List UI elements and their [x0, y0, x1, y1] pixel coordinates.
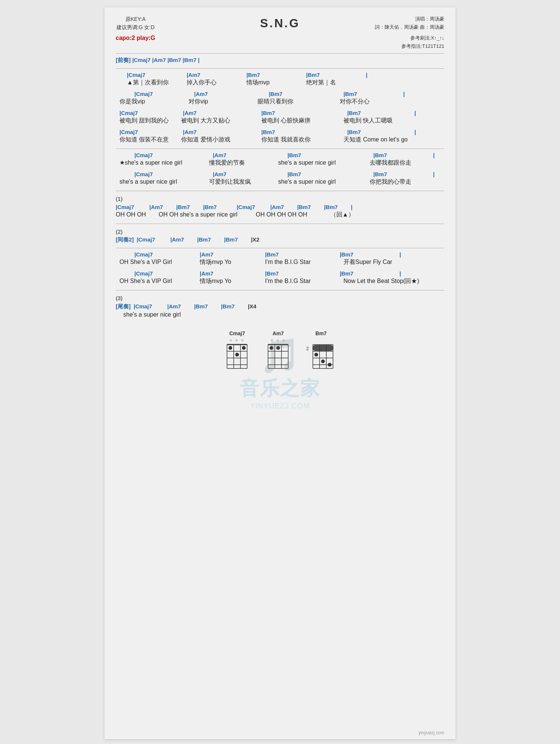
chorus-chord2: |Cmaj7 |Am7 |Bm7 |Bm7 |	[116, 171, 444, 177]
cmaj7-grid-container	[224, 343, 250, 371]
intro-label: [前奏] |Cmaj7 |Am7 |Bm7 |Bm7 |	[116, 57, 199, 63]
cc2-bm7b: |Bm7	[373, 171, 433, 177]
p2-cmaj7: |Cmaj7	[137, 236, 170, 243]
svg-point-22	[276, 346, 280, 350]
cc2-bar: |	[433, 171, 435, 177]
part3-lyric: she's a super nice girl	[116, 310, 444, 319]
p1-bm7d: |Bm7	[324, 204, 351, 210]
bm7-fret-num: 2	[306, 346, 309, 351]
vl2-2: 情场mvp Yo	[200, 277, 265, 286]
footer-logo: yinyuezj.com	[419, 730, 444, 735]
divider3	[116, 149, 444, 149]
divider7	[116, 290, 444, 290]
header-meta-left: 原KEY:A 建议男调:G 女:D capo:2 play:G	[116, 15, 155, 43]
vc1-cmaj7: |Cmaj7	[134, 251, 200, 258]
verse1-row3: |Cmaj7 |Am7 |Bm7 |Bm7 | 被电到 甜到我的心 被电到 大方…	[116, 110, 444, 125]
vl1-4: 开着Super Fly Car	[343, 258, 392, 267]
p1-am7a: |Am7	[149, 204, 176, 210]
cc1-bm7a: |Bm7	[287, 152, 373, 158]
verse1-row1: |Cmaj7 |Am7 |Bm7 |Bm7 | ▲第｜次看到你 掉入你手心 情场…	[116, 72, 444, 87]
svg-point-35	[328, 363, 332, 367]
part2-chord: [间奏2] |Cmaj7 |Am7 |Bm7 |Bm7 |X2	[116, 236, 444, 243]
header: 原KEY:A 建议男调:G 女:D capo:2 play:G S.N.G 演唱…	[116, 15, 444, 30]
p1-bm7b: |Bm7	[203, 204, 237, 210]
v1l3-4: 被电到 快人工嗯吸	[343, 116, 411, 125]
v1l4-4: 天知道 Come on let's go	[343, 135, 411, 144]
vl1-2: 情场mvp Yo	[200, 258, 265, 267]
v1l1-1: ▲第｜次看到你	[127, 78, 187, 87]
v1c1-bar: |	[366, 72, 367, 78]
v1c3-bar: |	[414, 110, 416, 116]
p3-bm7b: |Bm7	[221, 303, 248, 309]
svg-point-9	[228, 346, 232, 350]
vip-lyric2: OH She's a VIP Girl 情场mvp Yo I'm the B.I…	[116, 277, 444, 286]
cc1-bm7b: |Bm7	[373, 152, 433, 158]
vip-chord1: |Cmaj7 |Am7 |Bm7 |Bm7 |	[116, 251, 444, 258]
v1l2-3: 眼睛只看到你	[258, 97, 340, 106]
v1c2-bm7b: |Bm7	[343, 91, 403, 97]
part3-chord: [尾奏] |Cmaj7 |Am7 |Bm7 |Bm7 |X4	[116, 303, 444, 310]
v1c3-am7: |Am7	[183, 110, 261, 116]
key-info: 原KEY:A	[116, 15, 155, 23]
p1l1: OH OH OH	[116, 210, 159, 219]
v1l2-1: 你是我vip	[119, 97, 189, 106]
vc2-am7: |Am7	[200, 270, 265, 277]
vc2-bm7a: |Bm7	[265, 270, 340, 277]
bm7-label: Bm7	[315, 330, 327, 336]
chorus-lyric1: ★she's a super nice girl 懂我爱的节奏 she's a …	[116, 158, 444, 167]
verse1-chord3: |Cmaj7 |Am7 |Bm7 |Bm7 |	[116, 110, 444, 116]
verse1-lyric3: 被电到 甜到我的心 被电到 大方又贴心 被电到 心脏快麻痹 被电到 快人工嗯吸	[116, 116, 444, 125]
v1l4-3: 你知道 我就喜欢你	[261, 135, 343, 144]
watermark-text1: 音乐之家	[240, 376, 320, 402]
chorus-row2: |Cmaj7 |Am7 |Bm7 |Bm7 | she's a super ni…	[116, 171, 444, 186]
cl2-4: 你把我的心带走	[370, 177, 429, 186]
suggest-key: 建议男调:G 女:D	[116, 23, 155, 31]
interlude-bracket: [间奏2]	[116, 236, 134, 243]
part1-section: (1) |Cmaj7 |Am7 |Bm7 |Bm7 |Cmaj7 |Am7 |B…	[116, 194, 444, 219]
v1l1-2: 掉入你手心	[187, 78, 246, 87]
p2-bm7a: |Bm7	[197, 236, 224, 243]
cl1-2: 懂我爱的节奏	[209, 158, 278, 167]
verse1-chord4: |Cmaj7 |Am7 |Bm7 |Bm7 |	[116, 129, 444, 135]
chorus-lyric2: she's a super nice girl 可爱到让我发疯 she's a …	[116, 177, 444, 186]
v1c2-bar: |	[403, 91, 405, 97]
vc1-bm7a: |Bm7	[265, 251, 340, 258]
intro-chords: |Cmaj7 |Am7 |Bm7 |Bm7 |	[132, 57, 199, 63]
part3-section: (3) [尾奏] |Cmaj7 |Am7 |Bm7 |Bm7 |X4 she's…	[116, 293, 444, 319]
v1c1-bm7a: |Bm7	[246, 72, 306, 78]
p3-x4: |X4	[248, 303, 256, 309]
v1c4-bar: |	[414, 129, 416, 135]
v1c2-am7: |Am7	[194, 91, 269, 97]
verse1-chord2: |Cmaj7 |Am7 |Bm7 |Bm7 |	[116, 91, 444, 97]
vc1-bm7b: |Bm7	[340, 251, 399, 258]
part2-section: (2) [间奏2] |Cmaj7 |Am7 |Bm7 |Bm7 |X2	[116, 227, 444, 244]
svg-point-10	[235, 353, 239, 357]
am7-open-strings: ○ ○ ○	[271, 338, 286, 342]
v1c2-bm7a: |Bm7	[269, 91, 343, 97]
v1l1-3: 情场mvp	[246, 78, 306, 87]
cl2-2: 可爱到让我发疯	[209, 177, 278, 186]
cl1-1: ★she's a super nice girl	[119, 158, 209, 167]
part1-lyric: OH OH OH OH OH she's a super nice girl O…	[116, 210, 444, 219]
cmaj7-open-strings: ○ ○ ○	[230, 338, 245, 342]
v1l1-4: 绝对第｜名	[306, 78, 366, 87]
intro-section: [前奏] |Cmaj7 |Am7 |Bm7 |Bm7 |	[116, 57, 444, 64]
p2-bm7b: |Bm7	[224, 236, 251, 243]
bm7-grid-container: 2	[306, 343, 336, 370]
svg-point-21	[270, 346, 273, 350]
svg-point-34	[321, 359, 325, 363]
v1c4-bm7b: |Bm7	[347, 129, 414, 135]
vip-lyric1: OH She's a VIP Girl 情场mvp Yo I'm the B.I…	[116, 258, 444, 267]
v1c1-am7: |Am7	[187, 72, 246, 78]
vip-section: |Cmaj7 |Am7 |Bm7 |Bm7 | OH She's a VIP G…	[116, 251, 444, 286]
guitar-diagrams: Cmaj7 ○ ○ ○	[116, 330, 444, 371]
cc1-cmaj7: |Cmaj7	[134, 152, 213, 158]
cmaj7-label: Cmaj7	[229, 330, 245, 336]
v1l4-2: 你知道 爱情小游戏	[181, 135, 261, 144]
vc2-bar: |	[399, 270, 401, 277]
verse1-lyric4: 你知道 假装不在意 你知道 爱情小游戏 你知道 我就喜欢你 天知道 Come o…	[116, 135, 444, 144]
verse1-lyric2: 你是我vip 对你vip 眼睛只看到你 对你不分心	[116, 97, 444, 106]
chorus-section: |Cmaj7 |Am7 |Bm7 |Bm7 | ★she's a super n…	[116, 152, 444, 186]
am7-label: Am7	[273, 330, 284, 336]
p1l2: OH OH she's a super nice girl	[159, 210, 256, 219]
